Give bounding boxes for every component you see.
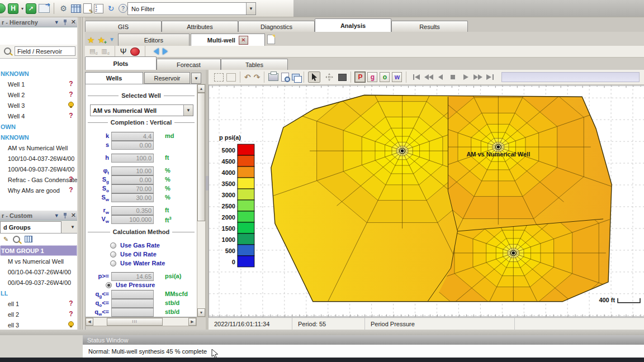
radio-button[interactable] xyxy=(110,260,116,266)
pressure-map[interactable]: AM vs Numerical Wellp psi(a)500045004000… xyxy=(209,85,644,317)
pointer-tool-icon[interactable] xyxy=(308,72,320,83)
scroll-right-icon[interactable]: ▶ xyxy=(188,318,196,326)
radio-button[interactable] xyxy=(110,242,116,249)
tree-item[interactable]: Well 3 xyxy=(0,100,77,111)
parameter-field[interactable]: 0.00 xyxy=(111,175,154,184)
zoom-extents-icon[interactable] xyxy=(226,73,236,82)
tree-item[interactable]: Well 2? xyxy=(0,89,77,100)
refresh-icon[interactable]: ↻ xyxy=(106,3,116,14)
toggle-o-button[interactable]: o xyxy=(380,72,390,82)
search-icon[interactable] xyxy=(13,236,20,243)
add-favorite-icon[interactable]: ★+ xyxy=(97,36,105,44)
selected-well-combobox[interactable]: AM vs Numerical Well ▼ xyxy=(90,104,193,116)
chevron-down-icon[interactable]: ▼ xyxy=(109,36,115,42)
scrollbar-thumb[interactable]: III xyxy=(107,318,163,326)
panel-vertical-scrollbar[interactable]: ▲ ▼ xyxy=(197,84,206,317)
panel-horizontal-scrollbar[interactable]: ◀ III ▶ xyxy=(85,317,197,326)
tree-item[interactable]: Well 1? xyxy=(0,79,77,89)
panel-menu-icon[interactable]: ▼ xyxy=(54,20,59,25)
scrollbar-thumb[interactable] xyxy=(197,93,205,221)
parameter-field[interactable]: 70.00 xyxy=(111,184,154,193)
match-icon[interactable]: ▤d xyxy=(89,47,97,55)
filter-dropdown-icon[interactable]: ▼ xyxy=(246,3,255,15)
toggle-p-button[interactable]: P xyxy=(355,72,365,82)
psi-icon[interactable]: Ψ xyxy=(120,47,127,56)
hierarchy-panel-header[interactable]: r - Hierarchy ▼ ✕ xyxy=(0,17,77,27)
stop-icon[interactable] xyxy=(447,72,460,82)
tree-item[interactable]: M vs Numerical Well xyxy=(0,256,77,266)
tab-attributes[interactable]: Attributes xyxy=(162,21,238,32)
tab-results[interactable]: Results xyxy=(391,21,468,32)
table-icon[interactable] xyxy=(25,236,32,242)
export-icon[interactable] xyxy=(39,4,50,13)
pin-icon[interactable] xyxy=(63,19,68,25)
edit-icon[interactable]: ✎ xyxy=(3,236,8,243)
panel-tabs-dropdown-icon[interactable]: ▼ xyxy=(191,73,201,84)
tree-item[interactable]: Why AMs are good? xyxy=(0,185,77,196)
tree-group[interactable]: LL xyxy=(0,288,77,298)
tab-plots[interactable]: Plots xyxy=(85,56,157,70)
play-icon[interactable] xyxy=(460,72,472,82)
back-arrow-icon[interactable] xyxy=(150,48,159,55)
tab-analysis[interactable]: Analysis xyxy=(315,18,391,32)
harmony-icon[interactable]: H xyxy=(8,3,18,14)
tree-item[interactable]: 00/10-04-037-26W4/00 xyxy=(0,266,77,277)
parameter-field[interactable]: 10.00 xyxy=(111,166,154,175)
list-icon[interactable]: 12 xyxy=(94,4,103,13)
panel-menu-icon[interactable]: ▼ xyxy=(54,213,59,218)
tree-item[interactable]: ell 1? xyxy=(0,298,77,309)
notes-icon[interactable] xyxy=(83,3,92,13)
tab-diagnostics[interactable]: Diagnostics xyxy=(238,21,315,32)
tab-tables[interactable]: Tables xyxy=(221,59,288,70)
pressure-field[interactable]: 14.65 xyxy=(111,272,154,281)
rewind-icon[interactable] xyxy=(423,72,435,82)
tree-item[interactable]: 100/04-09-037-26W4/00 xyxy=(0,164,77,174)
harmony-import-icon[interactable]: ➚ xyxy=(26,3,36,14)
unmatch-icon[interactable]: ▥d xyxy=(101,47,109,55)
tab-wells[interactable]: Wells xyxy=(85,72,143,84)
redo-icon[interactable]: ↷ xyxy=(254,73,261,82)
fast-forward-icon[interactable] xyxy=(472,72,484,82)
harmony-dropdown-icon[interactable]: ▾ xyxy=(21,6,23,11)
radio-button[interactable] xyxy=(106,282,112,288)
status-window-header[interactable]: Status Window xyxy=(83,335,644,345)
scroll-down-icon[interactable]: ▼ xyxy=(197,308,205,317)
skip-end-icon[interactable] xyxy=(484,72,496,82)
favorite-icon[interactable]: ★ xyxy=(87,36,94,44)
polygon-tool-icon[interactable] xyxy=(338,74,347,81)
gear-icon[interactable]: ⚙ xyxy=(58,3,69,14)
step-back-icon[interactable] xyxy=(435,72,447,82)
calendar-icon[interactable] xyxy=(71,4,81,13)
tree-item[interactable]: AM vs Numerical Well xyxy=(0,142,77,153)
tab-multi-well[interactable]: Multi-well ✕ xyxy=(191,34,265,46)
parameter-field[interactable]: 30.00 xyxy=(111,193,154,202)
radio-button[interactable] xyxy=(110,251,116,258)
cascade-windows-icon[interactable] xyxy=(292,74,300,80)
undo-icon[interactable]: ↶ xyxy=(244,73,251,82)
toggle-w-button[interactable]: w xyxy=(392,72,402,82)
app-icon[interactable] xyxy=(0,3,6,13)
tree-item[interactable]: ell 2? xyxy=(0,309,77,320)
selected-well-dropdown-icon[interactable]: ▼ xyxy=(183,105,193,116)
select-region-icon[interactable] xyxy=(214,73,224,82)
tree-item[interactable]: Well 4? xyxy=(0,111,77,121)
close-icon[interactable]: ✕ xyxy=(71,18,76,26)
search-input[interactable]: Field / Reservoir xyxy=(15,46,75,56)
print-preview-icon[interactable] xyxy=(281,73,289,82)
tree-item[interactable]: 00/04-09-037-26W4/00 xyxy=(0,277,77,288)
forward-arrow-icon[interactable] xyxy=(163,48,171,55)
groups-tab[interactable]: d Groups xyxy=(0,221,61,233)
sidebar-splitter[interactable] xyxy=(77,17,86,330)
parameter-field[interactable]: 100.0 xyxy=(111,154,154,163)
tab-gis[interactable]: GIS xyxy=(85,21,162,32)
new-document-icon[interactable] xyxy=(267,35,275,44)
parameter-field[interactable]: 4.4 xyxy=(111,132,154,141)
scroll-left-icon[interactable]: ◀ xyxy=(86,318,93,326)
tree-item[interactable]: Refrac - Gas Condensate? xyxy=(0,174,77,185)
tree-item[interactable]: 100/10-04-037-26W4/00 xyxy=(0,153,77,164)
parameter-field[interactable] xyxy=(111,299,154,308)
tree-group[interactable]: NKNOWN xyxy=(0,68,77,79)
pan-tool-icon[interactable] xyxy=(323,72,335,83)
print-icon[interactable] xyxy=(268,73,278,81)
tree-item[interactable]: ell 3 xyxy=(0,320,77,330)
